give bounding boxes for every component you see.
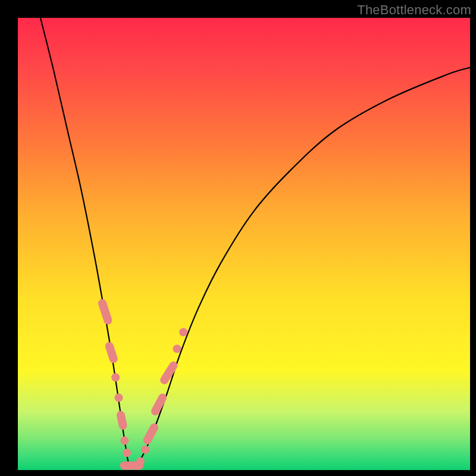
chart-frame: TheBottleneck.com: [0, 0, 476, 476]
attribution-text: TheBottleneck.com: [357, 2, 471, 18]
curve-marker-pill: [116, 410, 128, 430]
chart-svg: [18, 18, 470, 470]
curve-marker-dot: [115, 393, 123, 402]
curve-marker-pill: [150, 392, 168, 416]
curve-marker-pill: [159, 360, 179, 386]
marker-layer: [97, 298, 187, 469]
curve-marker-dot: [179, 328, 187, 336]
curve-marker-dot: [120, 437, 129, 445]
bottleneck-curve: [40, 18, 470, 467]
curve-marker-dot: [136, 458, 145, 466]
curve-marker-dot: [141, 446, 149, 454]
curve-marker-dot: [123, 449, 131, 457]
curve-marker-dot: [111, 373, 120, 381]
curve-marker-dot: [173, 345, 181, 353]
plot-area: [18, 18, 470, 470]
curve-marker-pill: [104, 341, 119, 364]
curve-marker-pill: [97, 298, 113, 325]
curve-marker-pill: [142, 422, 159, 446]
